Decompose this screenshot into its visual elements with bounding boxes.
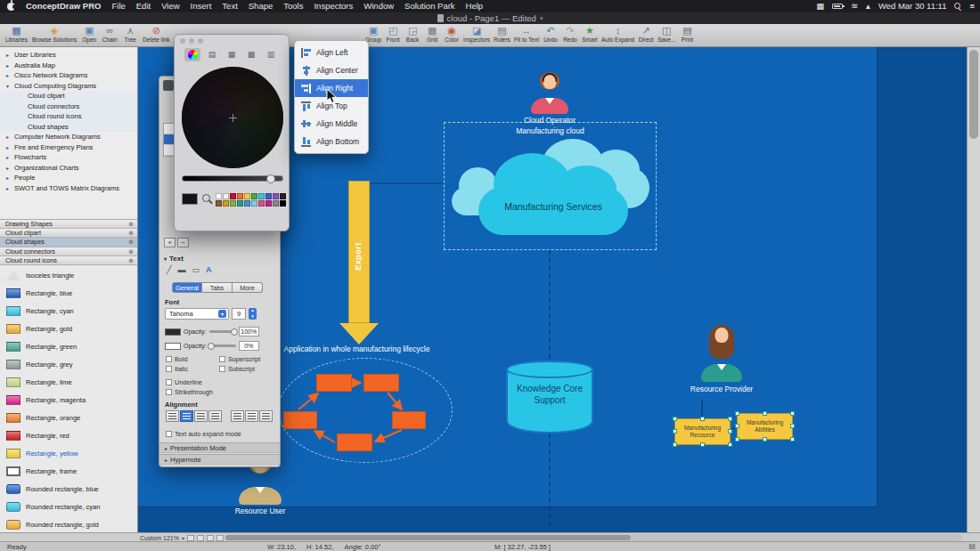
process-box[interactable] [337,434,372,451]
zoom-mode-button[interactable] [207,535,214,541]
shape-list-item[interactable]: Isoceles triangle [0,266,137,284]
opacity-slider[interactable] [209,344,236,347]
color-swatch[interactable] [223,193,229,199]
opacity-value[interactable]: 100% [239,327,259,336]
menu-item-align-middle[interactable]: Align Middle [295,115,368,133]
library-tree-item[interactable]: Cloud shapes [0,122,137,133]
halign-left-button[interactable] [166,410,179,422]
color-swatch[interactable] [280,193,286,199]
toolbar-button[interactable]: ⊘ Delete link [143,25,169,44]
volume-icon[interactable]: ▴ [866,0,870,12]
color-swatch[interactable] [244,200,250,207]
disclosure-icon[interactable]: ▸ [6,185,12,191]
disclosure-icon[interactable]: ▸ [6,144,12,150]
italic-checkbox[interactable]: Italic [166,365,216,373]
knowledge-database[interactable]: Knowledge Core Support [506,361,593,434]
section-gear-icon[interactable]: ⊗ [128,221,134,227]
remove-button[interactable]: − [177,238,189,247]
font-size-input[interactable]: 9 [232,308,246,320]
text-tool-icon[interactable]: ▭ [192,266,200,274]
resource-provider-avatar[interactable] [698,325,746,382]
color-wheel-tab[interactable] [184,48,200,61]
toolbar-button[interactable]: ↕ Auto Expand [601,25,634,44]
panel-titlebar[interactable] [175,35,289,46]
add-button[interactable]: + [164,238,176,247]
font-size-stepper[interactable]: ▲▼ [249,308,257,320]
halign-justify-button[interactable] [208,410,222,422]
color-swatch[interactable] [237,200,243,207]
disclosure-icon[interactable]: ▸ [6,52,12,58]
color-swatch[interactable] [280,200,286,207]
menubar-menu[interactable]: View [161,0,179,12]
disclosure-icon[interactable]: ▸ [6,72,12,78]
apple-menu-icon[interactable] [7,3,15,11]
color-swatch[interactable] [265,200,272,207]
menubar-menu[interactable]: Insert [191,0,212,12]
library-section-header[interactable]: Cloud clipart ⊗ [0,229,137,238]
colorpanel-tab[interactable]: ▩ [243,48,259,61]
toolbar-button[interactable]: ⋏ Tree [122,25,138,44]
library-tree-item[interactable]: Cloud round icons [0,111,137,122]
section-gear-icon[interactable]: ⊗ [128,257,134,263]
color-swatch[interactable] [216,193,222,199]
menubar-menu[interactable]: Inspectors [314,0,353,12]
shape-list-item[interactable]: Rounded rectangle, cyan [0,498,137,515]
color-swatch[interactable] [216,200,222,207]
text-tool-icon[interactable]: A [206,266,212,274]
toolbar-button[interactable]: ▤ Print [679,25,695,44]
brightness-slider[interactable] [182,175,283,182]
manufacturing-cloud-group[interactable]: Manufacturing cloud Manufacturing Servic… [444,122,657,250]
shape-list-item[interactable]: Rectangle, frame [0,462,137,480]
toolbar-button[interactable]: ◈ Browse Solutions [32,25,77,44]
library-tree-item[interactable]: ▸ Organizational Charts [0,163,137,174]
opacity-value[interactable]: 0% [239,341,259,351]
color-crosshair[interactable] [229,114,237,122]
menubar-menu[interactable]: File [111,0,125,12]
wifi-icon[interactable]: ≋ [851,0,858,12]
toolbar-button[interactable]: ↔ Fit to Text [514,25,539,44]
color-swatch[interactable] [237,193,243,199]
menu-item-align-left[interactable]: Align Left [295,44,368,61]
colorpanel-tab[interactable]: ▤ [204,48,220,61]
shape-list-item[interactable]: Rectangle, red [0,426,137,444]
library-tree-item[interactable]: ▸ Cisco Network Diagrams [0,70,137,81]
library-tree-item[interactable]: ▸ Flowcharts [0,152,137,163]
menu-item-align-center[interactable]: Align Center [295,61,368,79]
text-tool-icon[interactable]: ▬ [177,266,185,274]
disclosure-icon[interactable]: ▾ [6,83,12,89]
library-tree-item[interactable]: Cloud clipart [0,91,137,101]
text-tool-icon[interactable]: ╱ [167,266,171,274]
library-section-header[interactable]: Cloud connectors ⊗ [0,247,137,256]
menubar-menu[interactable]: Edit [136,0,151,12]
presentation-mode-section[interactable]: ▸ Presentation Mode [159,442,280,453]
inspector-tab[interactable]: More [233,282,263,293]
library-tree-item[interactable]: ▸ User Libraries [0,50,137,61]
manufacturing-services-cloud[interactable]: Manufacturing Services [478,187,628,235]
inspector-tab[interactable]: Tabs [202,282,233,293]
zoom-mode-button[interactable] [187,535,194,541]
disclosure-icon[interactable]: ▸ [6,174,12,181]
shape-list-item[interactable]: Rectangle, green [0,337,137,355]
color-swatch[interactable] [258,193,265,199]
menubar-menu[interactable]: Window [363,0,394,12]
hypernote-section[interactable]: ▸ Hypernote [159,454,280,465]
vertical-scroll-thumb[interactable] [969,50,978,139]
manufacturing-abilities-box[interactable]: Manufacturing Abilities [737,413,793,440]
color-swatch[interactable] [273,200,279,207]
disclosure-icon[interactable]: ▸ [6,134,12,140]
toolbar-button[interactable]: ◲ Back [404,25,421,44]
current-color-swatch[interactable] [182,193,198,205]
color-swatch[interactable] [230,200,236,207]
shape-list-item[interactable]: Rectangle, magenta [0,391,137,409]
toolbar-button[interactable]: ∞ Chain [102,25,118,44]
library-tree-item[interactable]: ▸ Fire and Emergency Plans [0,142,137,153]
magnifier-icon[interactable] [201,193,212,205]
process-box[interactable] [316,374,352,392]
horizontal-scrollbar[interactable] [225,534,962,541]
menubar-menu[interactable]: Tools [283,0,303,12]
menu-item-align-bottom[interactable]: Align Bottom [295,133,368,150]
toolbar-button[interactable]: ★ Smart [582,25,598,44]
menubar-menu[interactable]: Text [222,0,237,12]
shape-list-item[interactable]: Rounded rectangle, blue [0,480,137,498]
toolbar-button[interactable]: ▦ Libraries [5,25,28,44]
